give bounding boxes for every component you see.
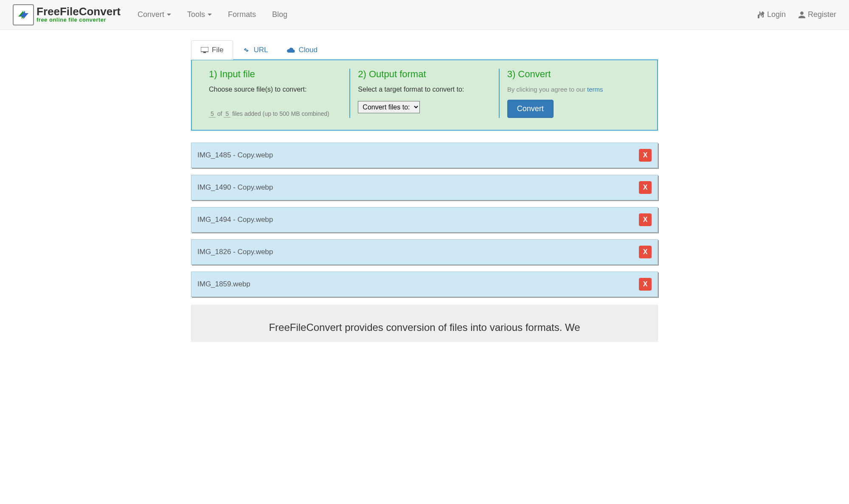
step-output-title: 2) Output format (358, 69, 491, 80)
caret-down-icon (208, 14, 212, 16)
nav-convert-label: Convert (138, 10, 164, 19)
navbar: FreeFileConvert free online file convert… (0, 0, 849, 30)
terms-line: By clicking you agree to our terms (507, 86, 640, 93)
step-output-subtitle: Select a target format to convert to: (358, 86, 491, 93)
step-convert-title: 3) Convert (507, 69, 640, 80)
nav-formats[interactable]: Formats (228, 10, 256, 19)
tab-url-label: URL (253, 46, 268, 54)
svg-rect-2 (201, 47, 208, 52)
file-count-of: of (217, 110, 222, 117)
register-label: Register (808, 10, 836, 19)
description-box: FreeFileConvert provides conversion of f… (191, 305, 658, 342)
link-icon (242, 47, 250, 53)
login-label: Login (767, 10, 786, 19)
steps-panel: 1) Input file Choose source file(s) to c… (191, 59, 658, 131)
login-link[interactable]: Login (758, 10, 786, 19)
nav-convert[interactable]: Convert (138, 10, 171, 19)
file-count-suffix: files added (up to 500 MB combined) (232, 110, 329, 117)
terms-link[interactable]: terms (587, 86, 603, 93)
tab-cloud[interactable]: Cloud (277, 40, 326, 59)
step-input: 1) Input file Choose source file(s) to c… (201, 69, 349, 118)
file-count-max: 5 (224, 110, 231, 118)
remove-file-button[interactable]: X (639, 278, 652, 291)
input-tabs: File URL Cloud (191, 40, 658, 59)
main-container: File URL Cloud 1) Input file Choose sour… (191, 30, 658, 342)
file-counter: 5 of 5 files added (up to 500 MB combine… (209, 110, 342, 118)
step-convert: 3) Convert By clicking you agree to our … (499, 69, 648, 118)
file-name: IMG_1490 - Copy.webp (197, 183, 273, 192)
cloud-icon (287, 47, 295, 53)
nav-tools-label: Tools (187, 10, 205, 19)
file-name: IMG_1494 - Copy.webp (197, 216, 273, 224)
step-output: 2) Output format Select a target format … (349, 69, 498, 118)
monitor-icon (201, 47, 208, 53)
file-item: IMG_1485 - Copy.webpX (191, 143, 658, 168)
terms-prefix: By clicking you agree to our (507, 86, 587, 93)
nav-tools[interactable]: Tools (187, 10, 212, 19)
file-name: IMG_1826 - Copy.webp (197, 248, 273, 256)
remove-file-button[interactable]: X (639, 213, 652, 226)
file-name: IMG_1859.webp (197, 280, 250, 288)
description-text: FreeFileConvert provides conversion of f… (269, 322, 580, 333)
remove-file-button[interactable]: X (639, 149, 652, 162)
remove-file-button[interactable]: X (639, 246, 652, 258)
brand-name: FreeFileConvert (37, 6, 121, 17)
file-item: IMG_1859.webpX (191, 272, 658, 297)
user-icon (798, 11, 805, 18)
file-list: IMG_1485 - Copy.webpXIMG_1490 - Copy.web… (191, 143, 658, 297)
svg-rect-3 (203, 52, 206, 53)
tab-file-label: File (212, 46, 223, 54)
logo-icon (13, 4, 34, 25)
file-name: IMG_1485 - Copy.webp (197, 151, 273, 160)
register-link[interactable]: Register (798, 10, 836, 19)
tab-url[interactable]: URL (233, 40, 277, 59)
nav-links: Convert Tools Formats Blog (138, 10, 758, 19)
format-select[interactable]: Convert files to: (358, 101, 420, 113)
login-icon (758, 11, 765, 18)
file-item: IMG_1490 - Copy.webpX (191, 175, 658, 200)
step-input-subtitle: Choose source file(s) to convert: (209, 86, 342, 93)
nav-blog[interactable]: Blog (272, 10, 287, 19)
nav-right: Login Register (758, 10, 836, 19)
tab-cloud-label: Cloud (298, 46, 317, 54)
file-count-current: 5 (209, 110, 216, 118)
tab-file[interactable]: File (191, 40, 233, 60)
convert-button[interactable]: Convert (507, 100, 554, 118)
caret-down-icon (167, 14, 171, 16)
file-item: IMG_1494 - Copy.webpX (191, 207, 658, 232)
remove-file-button[interactable]: X (639, 181, 652, 194)
file-item: IMG_1826 - Copy.webpX (191, 239, 658, 265)
step-input-title: 1) Input file (209, 69, 342, 80)
brand-logo[interactable]: FreeFileConvert free online file convert… (13, 4, 121, 25)
